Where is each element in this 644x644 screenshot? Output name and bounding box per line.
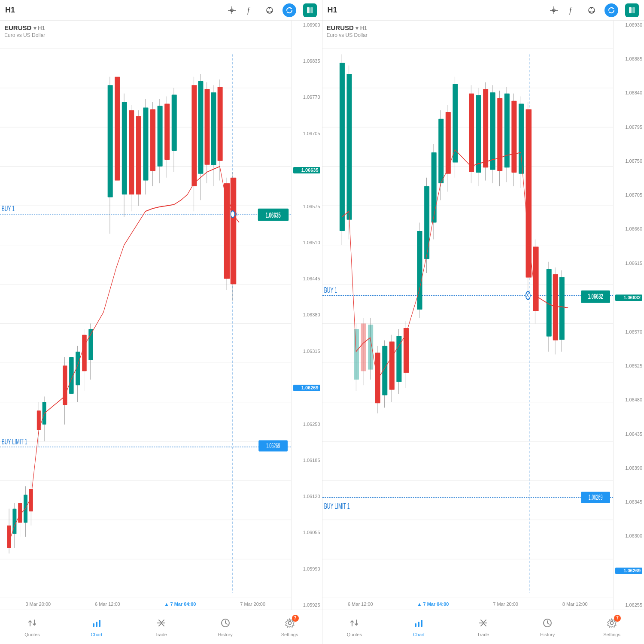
sync-icon-right[interactable]: [605, 3, 618, 17]
svg-rect-154: [438, 119, 444, 183]
price-15-right: 1.06300: [615, 533, 642, 539]
price-6-left: 1.06510: [293, 240, 320, 246]
nav-history-right[interactable]: History: [515, 610, 580, 644]
price-1-right: 1.06930: [615, 22, 642, 28]
settings-badge-right: 7: [614, 615, 621, 622]
svg-text:f: f: [247, 6, 251, 15]
svg-rect-166: [490, 92, 495, 170]
layout-icon-left[interactable]: [303, 3, 317, 17]
price-buylimit-left: 1.06269: [293, 385, 320, 391]
nav-trade-right[interactable]: Trade: [451, 610, 515, 644]
chart-symbol-timeframe-right: ▾ H1: [355, 25, 367, 31]
svg-rect-89: [218, 87, 223, 161]
svg-rect-83: [198, 81, 203, 174]
nav-settings-right[interactable]: 7 Settings: [580, 610, 644, 644]
svg-rect-172: [511, 101, 516, 173]
crosshair-icon-right[interactable]: [548, 4, 560, 16]
nav-section-left: Quotes Chart Trade: [0, 610, 322, 644]
nav-chart-label-right: Chart: [413, 632, 425, 637]
svg-rect-10: [310, 7, 313, 13]
svg-rect-176: [526, 109, 532, 277]
chart-panel-left: H1 f: [0, 0, 322, 610]
formula-icon-left[interactable]: f: [245, 4, 257, 16]
chart-subtitle-right: Euro vs US Dollar: [327, 32, 368, 38]
crosshair-icon-left[interactable]: [226, 4, 238, 16]
quotes-icon-right: [349, 617, 360, 630]
svg-rect-201: [421, 620, 422, 627]
price-11-left: 1.06185: [293, 458, 320, 463]
svg-rect-132: [354, 329, 359, 380]
price-5-left: 1.06575: [293, 204, 320, 210]
svg-rect-73: [164, 103, 170, 160]
price-buylimit-right: 1.06269: [615, 568, 642, 574]
svg-rect-184: [559, 277, 564, 340]
svg-rect-79: [231, 178, 237, 284]
chart-icon-right: [413, 617, 424, 630]
indicator-icon-right[interactable]: [586, 4, 598, 16]
nav-chart-label-left: Chart: [91, 632, 102, 637]
svg-rect-168: [497, 98, 502, 171]
svg-rect-65: [136, 116, 141, 194]
svg-rect-191: [93, 623, 94, 627]
price-10-right: 1.06525: [615, 363, 642, 369]
chart-icon-left: [91, 617, 102, 630]
price-9-left: 1.06315: [293, 349, 320, 354]
svg-rect-69: [150, 109, 155, 171]
nav-trade-left[interactable]: Trade: [129, 610, 193, 644]
nav-settings-left[interactable]: 7 Settings: [258, 610, 322, 644]
svg-text:BUY LIMIT 1: BUY LIMIT 1: [324, 501, 349, 510]
time-label-2: 6 Mar 12:00: [95, 601, 120, 607]
svg-rect-192: [96, 622, 97, 627]
price-7-left: 1.06445: [293, 276, 320, 282]
svg-text:BUY 1: BUY 1: [2, 204, 15, 213]
chart-area-left[interactable]: EURUSD ▾ H1 Euro vs US Dollar: [0, 21, 291, 610]
svg-text:1.06269: 1.06269: [266, 442, 280, 450]
trade-icon-right: [477, 617, 489, 630]
time-label-r3: 7 Mar 20:00: [493, 601, 518, 607]
bottom-nav: Quotes Chart Trade: [0, 610, 644, 644]
nav-trade-label-left: Trade: [155, 632, 167, 637]
time-label-r1: 6 Mar 12:00: [348, 601, 373, 607]
svg-rect-67: [143, 108, 148, 181]
nav-history-left[interactable]: History: [193, 610, 258, 644]
nav-quotes-left[interactable]: Quotes: [0, 610, 64, 644]
price-10-left: 1.06250: [293, 422, 320, 427]
svg-rect-152: [431, 152, 436, 222]
chart-svg-left[interactable]: BUY LIMIT 1 1.06269 BUY 1: [0, 21, 291, 610]
svg-rect-158: [453, 84, 458, 163]
indicator-icon-left[interactable]: [264, 4, 276, 16]
svg-rect-160: [469, 94, 474, 172]
svg-rect-134: [361, 324, 366, 371]
svg-rect-178: [533, 247, 539, 311]
svg-rect-47: [63, 366, 67, 405]
layout-icon-right[interactable]: [625, 3, 639, 17]
time-label-1: 3 Mar 20:00: [25, 601, 51, 607]
nav-section-right: Quotes Chart Trade: [322, 610, 644, 644]
formula-icon-right[interactable]: f: [567, 4, 579, 16]
chart-svg-right[interactable]: BUY LIMIT 1 1.06269 BUY 1: [322, 21, 614, 610]
svg-rect-170: [504, 94, 509, 167]
nav-chart-left[interactable]: Chart: [64, 610, 129, 644]
timeframe-right: H1: [328, 6, 345, 15]
chart-area-right[interactable]: EURUSD ▾ H1 Euro vs US Dollar: [322, 21, 614, 610]
svg-text:BUY 1: BUY 1: [324, 286, 337, 295]
price-8-left: 1.06380: [293, 312, 320, 318]
price-3-right: 1.06840: [615, 90, 642, 96]
price-12-right: 1.06435: [615, 431, 642, 437]
price-buy-left: 1.06635: [293, 167, 320, 173]
svg-rect-85: [205, 89, 210, 164]
nav-settings-label-right: Settings: [603, 632, 620, 637]
svg-rect-200: [418, 622, 419, 627]
chart-info-right: EURUSD ▾ H1 Euro vs US Dollar: [327, 24, 368, 38]
sync-icon-left[interactable]: [283, 3, 296, 17]
nav-quotes-right[interactable]: Quotes: [322, 610, 387, 644]
nav-chart-right[interactable]: Chart: [386, 610, 451, 644]
nav-history-label-left: History: [218, 632, 233, 637]
svg-rect-9: [307, 7, 310, 13]
chart-symbol-right: EURUSD ▾ H1: [327, 24, 368, 31]
charts-container: H1 f: [0, 0, 644, 610]
price-8-right: 1.06615: [615, 261, 642, 266]
svg-rect-59: [115, 77, 120, 181]
chart-subtitle-left: Euro vs US Dollar: [4, 32, 45, 38]
settings-icon-left: 7: [284, 617, 295, 630]
